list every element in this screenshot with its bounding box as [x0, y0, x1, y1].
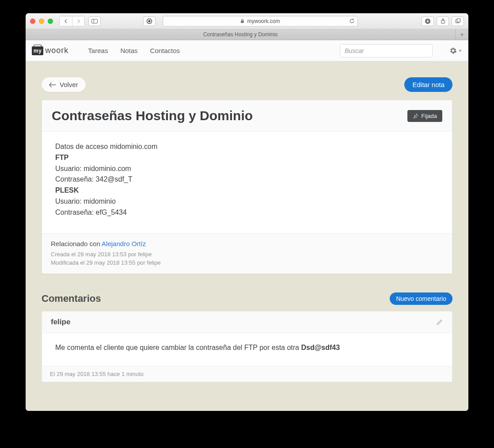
gear-icon	[449, 47, 457, 54]
edit-comment-button[interactable]	[436, 319, 443, 326]
note-line: Contraseña: efG_5434	[55, 207, 439, 218]
related-prefix: Relacionado con	[51, 240, 102, 247]
pinned-badge[interactable]: Fijada	[407, 110, 442, 122]
comments-header-row: Comentarios Nuevo comentario	[42, 292, 452, 305]
comment-head: felipe	[42, 311, 452, 333]
comment-card: felipe Me comenta el cliente que quiere …	[42, 311, 452, 382]
svg-rect-8	[457, 19, 460, 22]
nav-link-contactos[interactable]: Contactos	[150, 47, 180, 54]
note-card-footer: Relacionado con Alejandro Ortíz Creada e…	[42, 233, 452, 273]
browser-tab[interactable]: Contraseñas Hosting y Dominio	[26, 31, 455, 38]
safari-window: mywoork.com Contraseñas Hosting y Domini…	[26, 13, 468, 411]
arrow-left-icon	[49, 82, 56, 87]
back-label: Volver	[60, 81, 78, 88]
comment-body: Me comenta el cliente que quiere cambiar…	[42, 333, 452, 366]
comment-text: Me comenta el cliente que quiere cambiar…	[55, 344, 301, 351]
created-meta: Creada el 29 may 2018 13:53 por felipe	[51, 250, 443, 259]
note-card: Contraseñas Hosting y Dominio Fijada Dat…	[42, 100, 452, 274]
note-body: Datos de acceso midominio.com FTP Usuari…	[42, 132, 452, 233]
nav-back-forward	[59, 16, 85, 27]
svg-rect-4	[241, 21, 244, 23]
nav-back-button[interactable]	[60, 16, 72, 26]
related-contact-link[interactable]: Alejandro Ortíz	[102, 240, 146, 247]
nav-link-notas[interactable]: Notas	[120, 47, 137, 54]
caret-down-icon: ▼	[458, 49, 462, 53]
zoom-window-icon[interactable]	[48, 19, 53, 24]
logo-my: my	[32, 46, 43, 55]
downloads-button[interactable]	[422, 16, 434, 26]
pencil-icon	[436, 319, 443, 326]
note-title: Contraseñas Hosting y Dominio	[52, 108, 253, 123]
app-logo[interactable]: my woork	[32, 46, 68, 55]
logo-woork: woork	[45, 46, 68, 55]
close-window-icon[interactable]	[30, 19, 35, 24]
comment-text-strong: Dsd@sdf43	[301, 344, 340, 351]
search-placeholder: Buscar	[345, 47, 364, 54]
new-tab-button[interactable]: +	[455, 29, 468, 40]
new-comment-button[interactable]: Nuevo comentario	[390, 292, 452, 305]
note-line: Contraseña: 342@sdf_T	[55, 174, 439, 185]
back-button[interactable]: Volver	[42, 77, 86, 92]
note-card-header: Contraseñas Hosting y Dominio Fijada	[42, 100, 452, 132]
minimize-window-icon[interactable]	[39, 19, 44, 24]
note-line: Datos de acceso midominio.com	[55, 141, 439, 152]
modified-meta: Modificada el 29 may 2018 13:55 por feli…	[51, 258, 443, 267]
comment-author: felipe	[51, 318, 70, 327]
pin-icon	[413, 113, 418, 119]
app-header: my woork Tareas Notas Contactos Buscar ▼	[26, 40, 468, 61]
related-row: Relacionado con Alejandro Ortíz	[51, 240, 443, 247]
page-toolbar: Volver Editar nota	[42, 77, 452, 92]
comment-timestamp: El 29 may 2018 13:55 hace 1 minuto	[42, 366, 452, 382]
reload-icon[interactable]	[349, 18, 355, 24]
pinned-label: Fijada	[422, 113, 437, 119]
window-controls	[30, 19, 53, 24]
sidebar-toggle-button[interactable]	[88, 16, 101, 26]
svg-point-3	[148, 20, 151, 22]
browser-tabbar: Contraseñas Hosting y Dominio +	[26, 29, 468, 40]
main-nav: Tareas Notas Contactos	[88, 47, 180, 54]
browser-right-toolbar	[422, 16, 464, 26]
privacy-shield-button[interactable]	[143, 16, 156, 26]
settings-menu-button[interactable]: ▼	[449, 47, 462, 54]
tabs-overview-button[interactable]	[452, 16, 464, 26]
nav-link-tareas[interactable]: Tareas	[88, 47, 108, 54]
address-bar[interactable]: mywoork.com	[163, 16, 358, 27]
app-viewport: my woork Tareas Notas Contactos Buscar ▼	[26, 40, 468, 411]
edit-note-button[interactable]: Editar nota	[404, 77, 452, 92]
share-button[interactable]	[437, 16, 449, 26]
lock-icon	[240, 19, 244, 23]
browser-titlebar: mywoork.com	[26, 13, 468, 29]
search-input[interactable]: Buscar	[340, 44, 433, 57]
note-line: Usuario: midominio.com	[55, 163, 439, 175]
comments-heading: Comentarios	[42, 293, 101, 304]
note-line: PLESK	[55, 185, 439, 196]
page-body: Volver Editar nota Contraseñas Hosting y…	[26, 61, 468, 411]
svg-rect-0	[92, 19, 98, 23]
url-text: mywoork.com	[247, 18, 280, 24]
note-line: Usuario: midominio	[55, 196, 439, 207]
nav-forward-button[interactable]	[72, 16, 84, 26]
note-line: FTP	[55, 152, 439, 163]
